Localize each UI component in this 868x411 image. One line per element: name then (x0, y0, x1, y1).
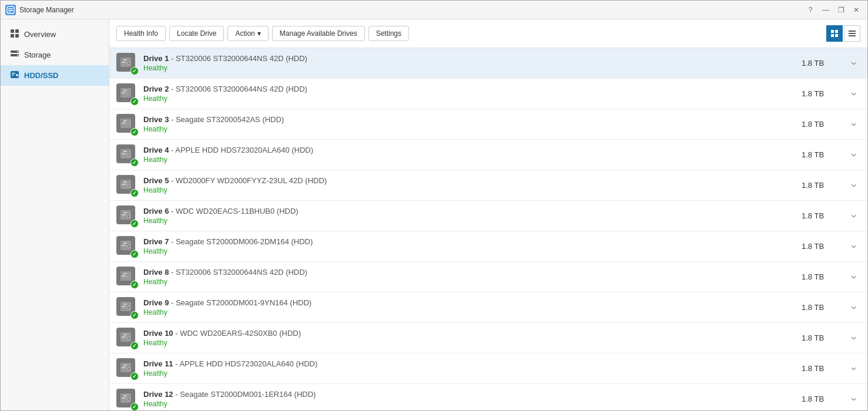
svg-point-33 (128, 93, 130, 95)
sidebar-item-overview[interactable]: Overview (1, 24, 109, 45)
drive-model: - ST320006 ST32000644NS 42D (HDD) (171, 54, 307, 63)
svg-rect-43 (122, 153, 126, 154)
expand-button[interactable]: › (849, 180, 860, 191)
drive-info: Drive 8 - ST320006 ST32000644NS 42D (HDD… (143, 268, 802, 286)
svg-rect-46 (122, 151, 123, 152)
drive-row[interactable]: ✓ Drive 5 - WD2000FY WD2000FYYZ-23UL 42D… (109, 170, 867, 201)
drive-health: Healthy (143, 339, 802, 347)
sidebar-item-storage[interactable]: Storage (1, 45, 109, 65)
drive-size: 1.8 TB (802, 333, 837, 342)
grid-view-button[interactable] (826, 25, 843, 42)
minimize-button[interactable]: — (819, 4, 832, 16)
drive-row[interactable]: ✓ Drive 12 - Seagate ST2000DM001-1ER164 … (109, 384, 867, 410)
svg-point-57 (128, 215, 130, 217)
drive-row[interactable]: ✓ Drive 8 - ST320006 ST32000644NS 42D (H… (109, 262, 867, 292)
app-title: Storage Manager (19, 6, 74, 14)
sidebar: Overview Storage (1, 19, 109, 410)
drive-info: Drive 9 - Seagate ST2000DM001-9YN164 (HD… (143, 298, 802, 316)
drive-size: 1.8 TB (802, 59, 837, 68)
drive-name-line: Drive 10 - WDC WD20EARS-42S0XB0 (HDD) (143, 329, 802, 338)
drive-model: - ST320006 ST32000644NS 42D (HDD) (171, 268, 307, 277)
drive-model: - Seagate ST2000DM001-1ER164 (HDD) (175, 390, 316, 399)
drive-size: 1.8 TB (802, 303, 837, 312)
drive-row[interactable]: ✓ Drive 2 - ST320006 ST32000644NS 42D (H… (109, 79, 867, 109)
overview-icon (10, 29, 19, 40)
drive-row[interactable]: ✓ Drive 4 - APPLE HDD HDS723020ALA640 (H… (109, 140, 867, 170)
drive-health: Healthy (143, 247, 802, 255)
close-button[interactable]: ✕ (850, 4, 863, 16)
drive-name-line: Drive 5 - WD2000FY WD2000FYYZ-23UL 42D (… (143, 176, 802, 185)
drive-name: Drive 1 (143, 54, 169, 63)
svg-rect-64 (122, 242, 123, 244)
restore-button[interactable]: ❐ (835, 4, 847, 16)
expand-button[interactable]: › (849, 210, 860, 222)
svg-rect-88 (122, 365, 123, 366)
drive-name-line: Drive 6 - WDC WD20EACS-11BHUB0 (HDD) (143, 207, 802, 215)
svg-rect-94 (122, 395, 123, 396)
expand-button[interactable]: › (849, 302, 860, 314)
health-info-button[interactable]: Health Info (116, 26, 166, 41)
help-button[interactable]: ? (804, 4, 817, 16)
drive-name: Drive 6 (143, 207, 169, 215)
drive-name: Drive 8 (143, 268, 169, 277)
expand-button[interactable]: › (849, 119, 860, 130)
svg-rect-2 (8, 10, 13, 11)
drive-info: Drive 2 - ST320006 ST32000644NS 42D (HDD… (143, 85, 802, 103)
drive-size: 1.8 TB (802, 395, 837, 403)
sidebar-item-hdd-ssd[interactable]: HDD/SSD (1, 65, 109, 86)
svg-rect-22 (849, 35, 856, 36)
svg-rect-16 (831, 30, 834, 33)
drive-health: Healthy (143, 156, 802, 164)
svg-rect-14 (12, 75, 14, 76)
drive-name-line: Drive 11 - APPLE HDD HDS723020ALA640 (HD… (143, 359, 802, 368)
drive-icon-wrap: ✓ (116, 389, 138, 410)
expand-button[interactable]: › (849, 149, 860, 161)
drive-health: Healthy (143, 400, 802, 408)
expand-button[interactable]: › (849, 241, 860, 252)
svg-point-15 (16, 74, 18, 76)
expand-button[interactable]: › (849, 393, 860, 405)
app-body: Overview Storage (1, 19, 867, 410)
drive-icon-wrap: ✓ (116, 328, 138, 349)
svg-point-27 (128, 62, 130, 64)
expand-button[interactable]: › (849, 88, 860, 100)
titlebar: Storage Manager ? — ❐ ✕ (1, 1, 867, 19)
drive-row[interactable]: ✓ Drive 9 - Seagate ST2000DM001-9YN164 (… (109, 292, 867, 323)
svg-point-69 (128, 276, 130, 278)
locate-drive-button[interactable]: Locate Drive (169, 26, 224, 41)
expand-button[interactable]: › (849, 58, 860, 69)
svg-rect-82 (122, 334, 123, 335)
drive-row[interactable]: ✓ Drive 3 - Seagate ST32000542AS (HDD) H… (109, 109, 867, 140)
drive-model: - APPLE HDD HDS723020ALA640 (HDD) (171, 146, 313, 154)
drive-row[interactable]: ✓ Drive 11 - APPLE HDD HDS723020ALA640 (… (109, 353, 867, 384)
svg-rect-79 (122, 336, 126, 338)
drive-row[interactable]: ✓ Drive 7 - Seagate ST2000DM006-2DM164 (… (109, 231, 867, 262)
drive-size: 1.8 TB (802, 364, 837, 373)
drive-name: Drive 7 (143, 237, 169, 246)
list-view-button[interactable] (844, 25, 860, 42)
manage-available-drives-button[interactable]: Manage Available Drives (272, 26, 365, 41)
drive-row[interactable]: ✓ Drive 1 - ST320006 ST32000644NS 42D (H… (109, 48, 867, 79)
drive-row[interactable]: ✓ Drive 10 - WDC WD20EARS-42S0XB0 (HDD) … (109, 323, 867, 353)
svg-rect-4 (11, 29, 14, 33)
svg-point-51 (128, 184, 130, 186)
svg-rect-49 (122, 184, 126, 185)
drive-row[interactable]: ✓ Drive 6 - WDC WD20EACS-11BHUB0 (HDD) H… (109, 201, 867, 231)
drive-name: Drive 5 (143, 176, 169, 185)
drive-icon-wrap: ✓ (116, 175, 138, 196)
settings-button[interactable]: Settings (368, 26, 409, 41)
health-badge: ✓ (130, 372, 139, 380)
drive-icon-wrap: ✓ (116, 236, 138, 257)
drive-model: - WD2000FY WD2000FYYZ-23UL 42D (HDD) (171, 176, 327, 185)
drive-model: - Seagate ST2000DM006-2DM164 (HDD) (171, 237, 313, 246)
drive-name: Drive 12 (143, 390, 173, 399)
toolbar: Health Info Locate Drive Action ▾ Manage… (109, 19, 867, 48)
expand-button[interactable]: › (849, 363, 860, 375)
health-badge: ✓ (130, 311, 139, 319)
svg-point-75 (128, 306, 130, 308)
expand-button[interactable]: › (849, 271, 860, 283)
drive-model: - Seagate ST2000DM001-9YN164 (HDD) (171, 298, 311, 307)
action-button[interactable]: Action ▾ (227, 26, 268, 41)
expand-button[interactable]: › (849, 332, 860, 344)
drive-health: Healthy (143, 278, 802, 286)
